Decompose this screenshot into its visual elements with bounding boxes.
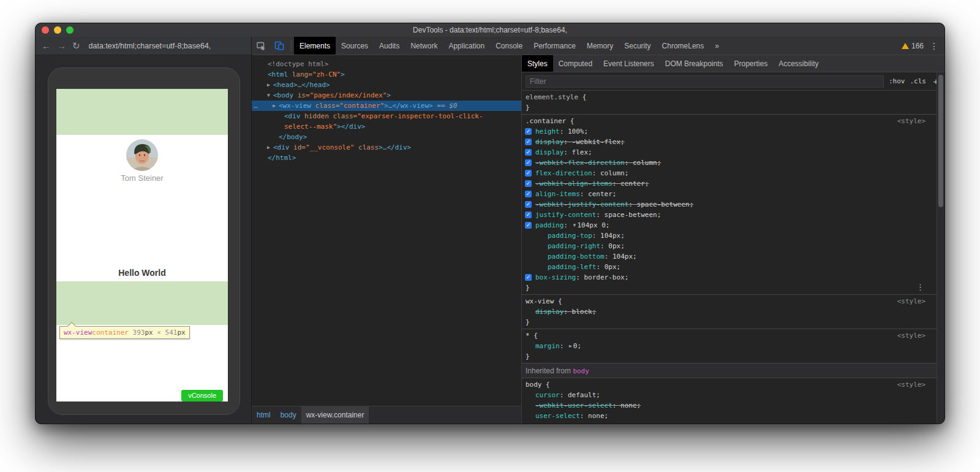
shorthand-expander-icon[interactable]: ▶ xyxy=(568,343,573,349)
css-property-row[interactable]: ✓align-items: center; xyxy=(522,189,937,199)
styles-scrollbar-thumb[interactable] xyxy=(938,75,943,207)
stylesheet-link[interactable]: <style> xyxy=(897,332,925,340)
property-checkbox[interactable]: ✓ xyxy=(525,149,532,156)
tab-chromelens[interactable]: ChromeLens xyxy=(657,37,710,55)
dom-tree-row[interactable]: </html> xyxy=(252,153,521,163)
style-rule-section: * {<style>margin: ▶0;} xyxy=(522,329,937,364)
close-brace: } xyxy=(526,284,530,292)
breadcrumb-item[interactable]: body xyxy=(276,406,301,424)
css-property-row[interactable]: padding-right: 0px; xyxy=(522,241,937,251)
property-checkbox[interactable]: ✓ xyxy=(525,211,532,218)
vconsole-button[interactable]: vConsole xyxy=(181,390,223,402)
css-property-row[interactable]: margin: ▶0; xyxy=(522,341,937,351)
row-gutter-ellipsis[interactable]: … xyxy=(254,101,258,111)
property-checkbox[interactable]: ✓ xyxy=(525,139,532,145)
styles-tab-accessibility[interactable]: Accessibility xyxy=(773,55,824,72)
dom-tree-row[interactable]: ▼<body is="pages/index/index"> xyxy=(252,90,521,101)
css-property-row[interactable]: ✓flex-direction: column; xyxy=(522,168,937,178)
css-property-row[interactable]: ✓-webkit-justify-content: space-between; xyxy=(522,199,937,210)
property-checkbox[interactable]: ✓ xyxy=(525,274,532,281)
styles-tab-styles[interactable]: Styles xyxy=(522,55,553,72)
devtools-menu-icon[interactable]: ⋮ xyxy=(930,41,938,51)
dom-tree-row[interactable]: <html lang="zh-CN"> xyxy=(252,69,521,80)
url-text[interactable]: data:text/html;charset=utf-8;base64, xyxy=(89,42,211,50)
forward-icon[interactable]: → xyxy=(57,41,66,50)
stylesheet-link[interactable]: <style> xyxy=(897,117,925,125)
property-checkbox[interactable]: ✓ xyxy=(525,191,532,197)
property-checkbox[interactable]: ✓ xyxy=(525,170,532,177)
css-property-row[interactable]: padding-top: 104px; xyxy=(522,230,937,241)
rule-menu-icon[interactable]: ⋮ xyxy=(916,283,924,292)
css-property-row[interactable]: ✓padding: ▼104px 0; xyxy=(522,220,937,230)
zoom-window-button[interactable] xyxy=(66,26,74,34)
rule-selector-row[interactable]: element.style { xyxy=(522,92,937,102)
rule-selector-row[interactable]: wx-view { xyxy=(522,296,937,306)
tab-performance[interactable]: Performance xyxy=(528,37,581,55)
css-property-row[interactable]: padding-bottom: 104px; xyxy=(522,251,937,262)
property-checkbox[interactable]: ✓ xyxy=(525,159,532,166)
css-property-row[interactable]: cursor: default; xyxy=(522,390,937,400)
css-property-row[interactable]: display: block; xyxy=(522,306,937,317)
styles-filter-input[interactable] xyxy=(526,75,884,88)
rule-selector-row[interactable]: body { xyxy=(522,379,937,390)
rule-selector-row[interactable]: * { xyxy=(522,330,937,341)
tab-security[interactable]: Security xyxy=(619,37,656,55)
property-name: user-select xyxy=(535,412,580,420)
console-warning-badge[interactable]: 166 xyxy=(902,42,924,50)
property-checkbox[interactable]: ✓ xyxy=(525,180,532,187)
styles-tab-properties[interactable]: Properties xyxy=(728,55,773,72)
styles-tab-computed[interactable]: Computed xyxy=(553,55,598,72)
css-property-row[interactable]: ✓box-sizing: border-box; xyxy=(522,272,937,283)
property-checkbox[interactable]: ✓ xyxy=(525,128,532,135)
dom-tree-row[interactable]: <div hidden class="exparser-inspector-to… xyxy=(252,111,521,121)
styles-scrollbar[interactable] xyxy=(937,72,944,424)
property-checkbox[interactable]: ✓ xyxy=(525,201,532,208)
inspect-element-icon[interactable] xyxy=(252,37,270,55)
css-property-row[interactable]: -webkit-user-select: none; xyxy=(522,400,937,411)
toggle-device-toolbar-icon[interactable] xyxy=(270,37,288,55)
styles-tab-dom-breakpoints[interactable]: DOM Breakpoints xyxy=(660,55,729,72)
css-property-row[interactable]: ✓display: -webkit-flex; xyxy=(522,137,937,147)
css-property-row[interactable]: padding-left: 0px; xyxy=(522,262,937,272)
disclosure-arrow-icon[interactable]: ▶ xyxy=(267,80,273,90)
tab-elements[interactable]: Elements xyxy=(294,37,336,55)
dom-tree-row[interactable]: </body> xyxy=(252,132,521,142)
tab-audits[interactable]: Audits xyxy=(374,37,405,55)
stylesheet-link[interactable]: <style> xyxy=(897,297,925,305)
breadcrumb-item[interactable]: html xyxy=(252,406,276,424)
disclosure-arrow-icon[interactable]: ▼ xyxy=(267,90,273,101)
minimize-window-button[interactable] xyxy=(54,26,61,34)
css-property-row[interactable]: ✓display: flex; xyxy=(522,147,937,158)
device-screen[interactable]: Tom Steiner Hello World wx-viewcontainer… xyxy=(56,89,228,402)
styles-tab-event-listeners[interactable]: Event Listeners xyxy=(598,55,660,72)
dom-tree-row[interactable]: ▶<head>…</head> xyxy=(252,80,521,90)
rule-selector-row[interactable]: .container { xyxy=(522,116,937,126)
tab-memory[interactable]: Memory xyxy=(581,37,619,55)
tab-application[interactable]: Application xyxy=(443,37,490,55)
tab-[interactable]: » xyxy=(709,37,725,55)
css-property-row[interactable]: ✓justify-content: space-between; xyxy=(522,210,937,220)
css-property-row[interactable]: ✓-webkit-align-items: center; xyxy=(522,178,937,189)
dom-tree-row[interactable]: <!doctype html> xyxy=(252,59,521,69)
pseudo-state-button[interactable]: :hov xyxy=(889,77,905,85)
disclosure-arrow-icon[interactable]: ▶ xyxy=(267,142,273,153)
stylesheet-link[interactable]: <style> xyxy=(897,381,925,389)
close-window-button[interactable] xyxy=(42,26,49,34)
inherited-target-link[interactable]: body xyxy=(573,367,589,375)
reload-icon[interactable]: ↻ xyxy=(72,41,80,50)
back-icon[interactable]: ← xyxy=(42,41,51,50)
css-property-row[interactable]: ✓-webkit-flex-direction: column; xyxy=(522,158,937,168)
disclosure-arrow-icon[interactable]: ▶ xyxy=(273,101,279,111)
tab-network[interactable]: Network xyxy=(405,37,443,55)
tab-sources[interactable]: Sources xyxy=(336,37,374,55)
dom-tree-row[interactable]: select--mask"></div> xyxy=(252,121,521,132)
property-checkbox[interactable]: ✓ xyxy=(525,222,532,229)
dom-tree-row[interactable]: …▶<wx-view class="container">…</wx-view>… xyxy=(252,101,521,111)
css-property-row[interactable]: user-select: none; xyxy=(522,411,937,421)
css-property-row[interactable]: -webkit-touch-callout: none; xyxy=(522,421,937,424)
breadcrumb-item[interactable]: wx-view.container xyxy=(301,406,369,424)
css-property-row[interactable]: ✓height: 100%; xyxy=(522,126,937,137)
dom-tree-row[interactable]: ▶<div id="__vconsole" class>…</div> xyxy=(252,142,521,153)
tab-console[interactable]: Console xyxy=(490,37,528,55)
class-toggle-button[interactable]: .cls xyxy=(910,77,927,85)
